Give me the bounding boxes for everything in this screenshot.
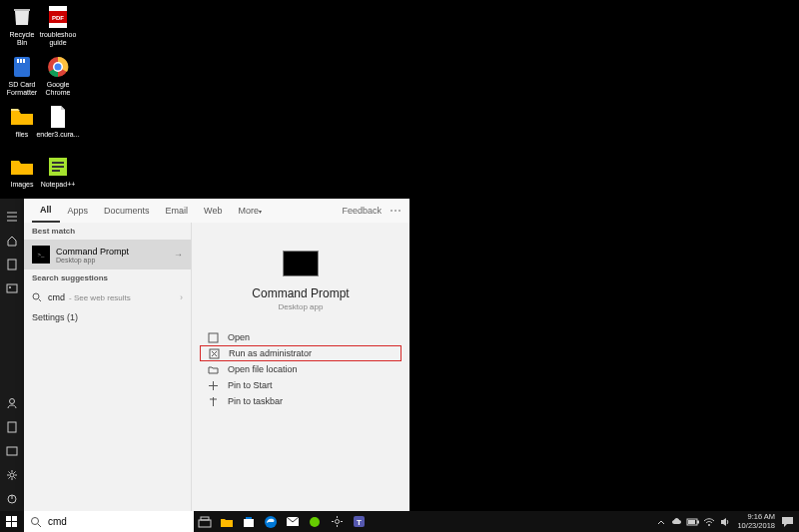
action-open[interactable]: Open [200, 329, 401, 345]
open-icon [206, 330, 220, 344]
hamburger-icon[interactable] [4, 209, 20, 225]
desktop-icon-chrome[interactable]: Google Chrome [40, 54, 76, 96]
tab-all[interactable]: All [32, 199, 60, 223]
svg-rect-14 [8, 260, 16, 269]
taskbar-app-mail[interactable] [282, 511, 304, 532]
svg-point-17 [10, 399, 15, 404]
svg-rect-18 [8, 422, 16, 432]
system-tray: 9:16 AM 10/23/2018 [653, 511, 799, 532]
results-left-pane: Best match Command Prompt Desktop app → … [24, 223, 192, 511]
svg-point-35 [310, 517, 320, 527]
svg-rect-41 [688, 520, 695, 524]
power-icon[interactable] [4, 491, 20, 507]
tab-apps[interactable]: Apps [60, 199, 97, 223]
chevron-down-icon: ▾ [259, 208, 262, 215]
tray-battery-icon[interactable] [685, 514, 701, 530]
svg-point-16 [9, 286, 11, 288]
svg-rect-15 [7, 284, 17, 292]
task-view-button[interactable] [194, 511, 216, 532]
taskbar-app-settings[interactable] [326, 511, 348, 532]
taskbar-app-store[interactable] [238, 511, 260, 532]
account-icon[interactable] [4, 395, 20, 411]
notepadpp-icon [45, 154, 71, 180]
desktop-icon-files[interactable]: files [4, 104, 40, 139]
tab-more[interactable]: More ▾ [230, 199, 270, 223]
taskbar-app-edge[interactable] [260, 511, 282, 532]
tray-volume-icon[interactable] [717, 514, 733, 530]
svg-rect-4 [17, 59, 19, 63]
action-open-location[interactable]: Open file location [200, 361, 401, 377]
pictures-rail-icon[interactable] [4, 280, 20, 296]
feedback-link[interactable]: Feedback [342, 206, 382, 216]
best-match-header: Best match [24, 223, 191, 240]
preview-subtitle: Desktop app [279, 302, 324, 311]
svg-point-20 [10, 473, 14, 477]
best-match-subtitle: Desktop app [56, 257, 129, 264]
desktop-icon-curafile[interactable]: ender3.cura... [40, 104, 76, 139]
action-pin-start[interactable]: Pin to Start [200, 377, 401, 393]
sd-card-icon [9, 54, 35, 80]
settings-icon[interactable] [4, 467, 20, 483]
suggestion-cmd-web[interactable]: cmd - See web results › [24, 286, 191, 308]
taskbar: T 9:16 AM 10/23/2018 [0, 511, 799, 532]
best-match-result[interactable]: Command Prompt Desktop app → [24, 240, 191, 269]
svg-rect-12 [52, 166, 64, 168]
svg-text:T: T [357, 518, 362, 527]
taskbar-clock[interactable]: 9:16 AM 10/23/2018 [733, 513, 779, 530]
action-pin-taskbar[interactable]: Pin to taskbar [200, 393, 401, 409]
folder-icon [9, 104, 35, 130]
search-tabs: All Apps Documents Email Web More ▾ Feed… [24, 199, 409, 223]
start-button[interactable] [0, 511, 24, 532]
preview-pane: Command Prompt Desktop app Open Run as a… [192, 223, 409, 511]
svg-point-9 [55, 64, 62, 71]
home-icon[interactable] [4, 233, 20, 249]
svg-rect-26 [12, 516, 17, 521]
svg-point-36 [335, 520, 339, 524]
svg-text:PDF: PDF [52, 15, 64, 21]
svg-point-29 [32, 517, 39, 524]
svg-rect-13 [52, 170, 60, 172]
desktop-icon-pdf[interactable]: PDF troubleshoo guide [40, 4, 76, 46]
tab-email[interactable]: Email [158, 199, 197, 223]
pdf-icon: PDF [45, 4, 71, 30]
action-run-as-admin[interactable]: Run as administrator [200, 345, 401, 361]
pictures2-icon[interactable] [4, 443, 20, 459]
start-rail [0, 199, 24, 511]
desktop-icon-sdformatter[interactable]: SD Card Formatter [4, 54, 40, 96]
tab-documents[interactable]: Documents [96, 199, 158, 223]
search-input[interactable] [48, 516, 168, 527]
arrow-right-icon: → [174, 250, 183, 260]
app-large-icon [283, 251, 319, 276]
desktop-icon-recycle-bin[interactable]: Recycle Bin [4, 4, 40, 46]
documents2-icon[interactable] [4, 419, 20, 435]
svg-point-42 [708, 524, 710, 526]
desktop-icon-images[interactable]: Images [4, 154, 40, 189]
chevron-right-icon: › [180, 292, 183, 302]
cmd-prompt-icon [32, 246, 50, 264]
more-options-icon[interactable]: ⋯ [390, 204, 401, 218]
svg-rect-27 [6, 522, 11, 527]
admin-shield-icon [207, 346, 221, 360]
desktop-icon-notepadpp[interactable]: Notepad++ [40, 154, 76, 189]
tray-overflow-icon[interactable] [653, 514, 669, 530]
settings-results[interactable]: Settings (1) [24, 308, 191, 326]
taskbar-search-box[interactable] [24, 511, 194, 532]
taskbar-app-explorer[interactable] [216, 511, 238, 532]
tray-onedrive-icon[interactable] [669, 514, 685, 530]
svg-rect-19 [7, 447, 17, 455]
pin-start-icon [206, 378, 220, 392]
action-center-icon[interactable] [779, 514, 795, 530]
documents-rail-icon[interactable] [4, 257, 20, 272]
svg-rect-40 [697, 520, 699, 523]
tab-web[interactable]: Web [196, 199, 230, 223]
best-match-title: Command Prompt [56, 247, 129, 257]
file-icon [45, 104, 71, 130]
preview-title: Command Prompt [252, 286, 349, 300]
search-icon [32, 292, 42, 302]
svg-rect-6 [23, 59, 25, 63]
svg-rect-5 [20, 59, 22, 63]
taskbar-app-teams[interactable]: T [348, 511, 370, 532]
taskbar-app-green[interactable] [304, 511, 326, 532]
svg-point-22 [33, 293, 39, 299]
tray-wifi-icon[interactable] [701, 514, 717, 530]
